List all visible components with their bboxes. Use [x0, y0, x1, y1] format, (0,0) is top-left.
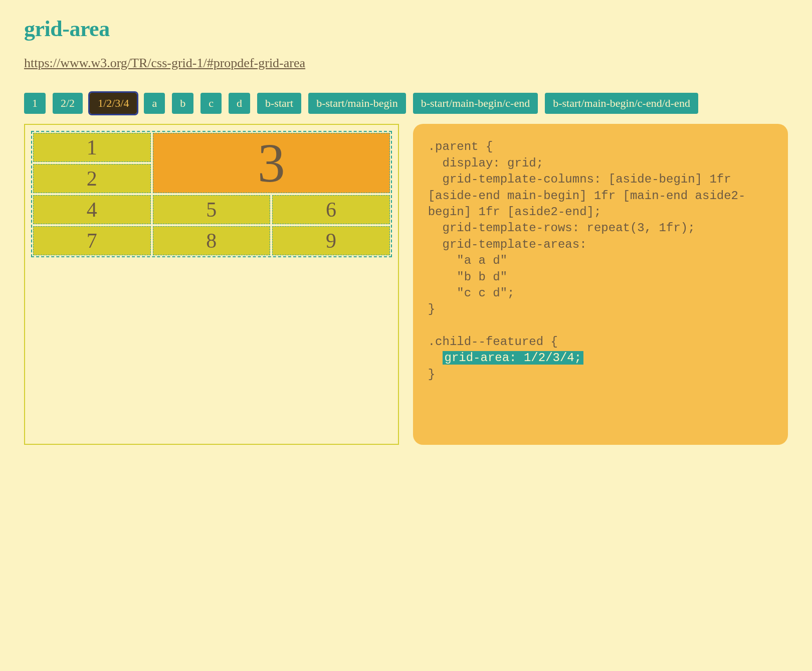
demo-grid: 1 2 3 4 5 6 7 8 9	[33, 133, 390, 255]
grid-cell-6: 6	[272, 195, 390, 224]
option-5[interactable]: b	[172, 93, 193, 114]
code-line: grid-template-columns: [aside-begin] 1fr…	[428, 173, 746, 219]
value-options: 1 2/2 1/2/3/4 a b c d b-start b-start/ma…	[24, 93, 788, 114]
page-title: grid-area	[24, 16, 788, 42]
grid-cell-2: 2	[33, 164, 151, 193]
code-panel: .parent { display: grid; grid-template-c…	[413, 124, 788, 445]
option-1[interactable]: 1	[24, 93, 46, 114]
option-2[interactable]: 2/2	[53, 93, 83, 114]
code-line: }	[428, 368, 435, 381]
option-8[interactable]: b-start	[257, 93, 301, 114]
code-line: .parent {	[428, 140, 493, 153]
code-line: .child--featured {	[428, 335, 558, 349]
option-9[interactable]: b-start/main-begin	[308, 93, 406, 114]
code-line: }	[428, 302, 435, 316]
grid-cell-5: 5	[153, 195, 271, 224]
option-4[interactable]: a	[144, 93, 165, 114]
grid-cell-9: 9	[272, 226, 390, 255]
grid-cell-7: 7	[33, 226, 151, 255]
spec-link[interactable]: https://www.w3.org/TR/css-grid-1/#propde…	[24, 56, 305, 70]
grid-cell-4: 4	[33, 195, 151, 224]
grid-cell-8: 8	[153, 226, 271, 255]
option-10[interactable]: b-start/main-begin/c-end	[413, 93, 538, 114]
code-line: display: grid;	[428, 156, 543, 170]
demo-grid-outline: 1 2 3 4 5 6 7 8 9	[31, 131, 392, 257]
code-line: "a a d"	[428, 254, 507, 267]
option-11[interactable]: b-start/main-begin/c-end/d-end	[545, 93, 698, 114]
option-7[interactable]: d	[229, 93, 250, 114]
code-line: "b b d"	[428, 270, 507, 284]
demo-panel: 1 2 3 4 5 6 7 8 9	[24, 124, 399, 445]
option-6[interactable]: c	[200, 93, 222, 114]
code-highlight: grid-area: 1/2/3/4;	[443, 351, 584, 365]
grid-cell-featured: 3	[153, 133, 390, 193]
code-line: grid-template-rows: repeat(3, 1fr);	[428, 221, 695, 235]
option-3[interactable]: 1/2/3/4	[90, 93, 137, 114]
grid-cell-1: 1	[33, 133, 151, 162]
code-line: grid-template-areas:	[428, 238, 587, 251]
code-line: "c c d";	[428, 286, 515, 300]
